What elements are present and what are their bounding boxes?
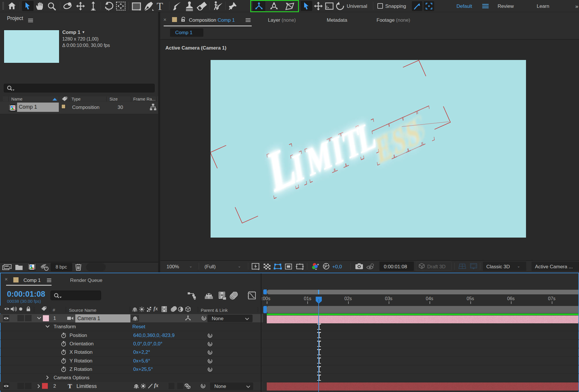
svg-text:LIMITL: LIMITL [265,96,379,204]
svg-text:ESS: ESS [379,106,428,166]
